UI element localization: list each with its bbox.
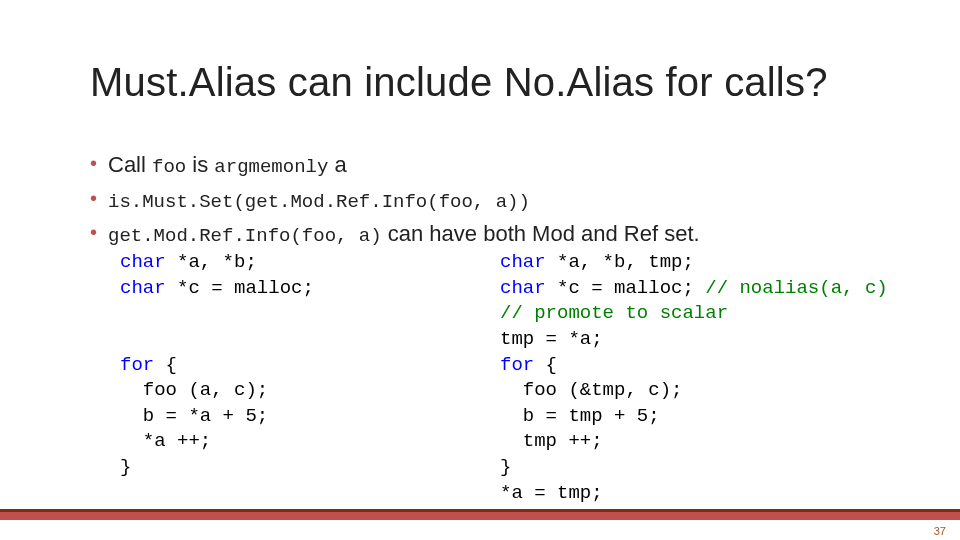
bullet-1: Call foo is argmemonly a — [90, 150, 900, 181]
code-right: char *a, *b, tmp; char *c = malloc; // n… — [500, 250, 900, 480]
kw-char: char — [500, 277, 546, 299]
bullet-1-code2: argmemonly — [214, 156, 328, 178]
code-text: tmp ++; — [500, 430, 603, 452]
bullet-list: Call foo is argmemonly a is.Must.Set(get… — [90, 150, 900, 254]
page-number: 37 — [934, 525, 946, 537]
comment: // promote to scalar — [500, 302, 728, 324]
code-text: *a ++; — [120, 430, 211, 452]
bullet-2: is.Must.Set(get.Mod.Ref.Info(foo, a)) — [90, 185, 900, 216]
code-left: char *a, *b; char *c = malloc; for { foo… — [120, 250, 500, 480]
bullet-1-mid: is — [186, 152, 214, 177]
code-text: *a, *b; — [166, 251, 257, 273]
bullet-3-code: get.Mod.Ref.Info(foo, a) — [108, 225, 382, 247]
kw-char: char — [120, 251, 166, 273]
code-text: } — [500, 456, 511, 478]
slide-title: Must.Alias can include No.Alias for call… — [90, 60, 900, 105]
bullet-2-code: is.Must.Set(get.Mod.Ref.Info(foo, a)) — [108, 191, 530, 213]
code-columns: char *a, *b; char *c = malloc; for { foo… — [120, 250, 900, 480]
code-text: b = tmp + 5; — [500, 405, 660, 427]
code-left-block: char *a, *b; char *c = malloc; for { foo… — [120, 250, 500, 481]
code-text: *a = tmp; — [500, 482, 603, 504]
bullet-1-code1: foo — [152, 156, 186, 178]
bullet-1-suffix: a — [328, 152, 346, 177]
slide: Must.Alias can include No.Alias for call… — [0, 0, 960, 540]
kw-char: char — [120, 277, 166, 299]
kw-for: for — [120, 354, 154, 376]
comment: // noalias(a, c) — [705, 277, 887, 299]
bullet-3-rest: can have both Mod and Ref set. — [382, 221, 700, 246]
code-text: { — [534, 354, 557, 376]
kw-for: for — [500, 354, 534, 376]
code-right-block: char *a, *b, tmp; char *c = malloc; // n… — [500, 250, 900, 506]
bullet-3: get.Mod.Ref.Info(foo, a) can have both M… — [90, 219, 900, 250]
code-text: foo (&tmp, c); — [500, 379, 682, 401]
code-text: b = *a + 5; — [120, 405, 268, 427]
code-text: *a, *b, tmp; — [546, 251, 694, 273]
code-text: } — [120, 456, 131, 478]
code-text: tmp = *a; — [500, 328, 603, 350]
bullet-1-prefix: Call — [108, 152, 152, 177]
code-text: { — [154, 354, 177, 376]
kw-char: char — [500, 251, 546, 273]
code-text: *c = malloc; — [546, 277, 706, 299]
footer-accent-bar — [0, 509, 960, 520]
code-text: foo (a, c); — [120, 379, 268, 401]
code-text: *c = malloc; — [166, 277, 314, 299]
